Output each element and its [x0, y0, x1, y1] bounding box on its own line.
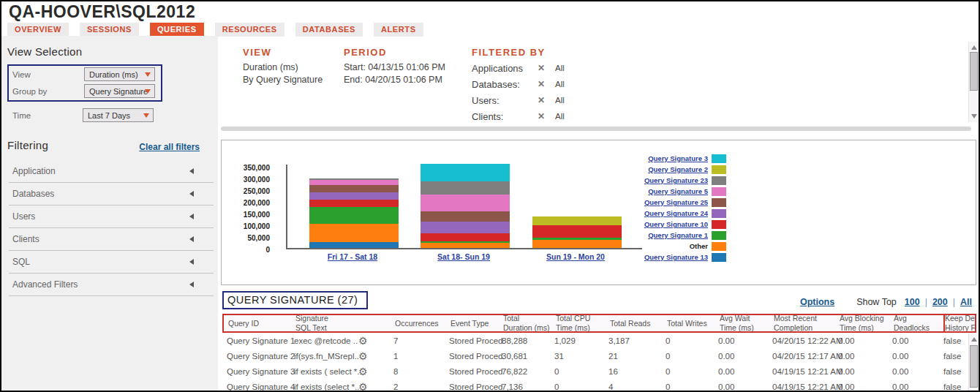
gear-icon[interactable]: ⚙ — [358, 382, 368, 392]
table-cell: Stored Proced — [449, 352, 503, 361]
legend-label[interactable]: Query Signature 2 — [648, 165, 708, 173]
time-dropdown[interactable]: Last 7 Days — [83, 108, 154, 122]
bar-segment-query-signature-3 — [421, 164, 510, 181]
summary-view-line1: Duration (ms) — [243, 62, 298, 72]
table-cell: false — [943, 367, 961, 376]
column-header-line1: Total Writes — [667, 319, 707, 328]
column-header-event-type[interactable]: Event Type — [451, 315, 489, 331]
legend-row: Query Signature 5 — [657, 186, 726, 197]
table-row[interactable]: Query Signature 2if(sys.fn_MSrepl..1Stor… — [222, 348, 976, 363]
filter-item-clients[interactable]: Clients — [9, 228, 214, 251]
table-scrollbar[interactable] — [968, 333, 979, 392]
chart-legend: Query Signature 3Query Signature 2Query … — [657, 153, 726, 263]
scrollbar-thumb[interactable] — [970, 345, 978, 388]
column-header-avg-blocking[interactable]: Avg BlockingTime (ms) — [840, 315, 884, 331]
legend-label[interactable]: Query Signature 13 — [644, 253, 708, 261]
show-top-100-link[interactable]: 100 — [905, 297, 920, 307]
scroll-down-icon[interactable] — [971, 114, 977, 118]
table-row[interactable]: Query Signature 1exec @retcode ..7Stored… — [222, 333, 976, 348]
tab-overview[interactable]: OVERVIEW — [7, 23, 69, 37]
tab-databases[interactable]: DATABASES — [295, 23, 363, 37]
tab-queries[interactable]: QUERIES — [150, 23, 204, 37]
column-header-total-reads[interactable]: Total Reads — [610, 315, 650, 331]
filter-item-application[interactable]: Application — [9, 160, 214, 183]
table-cell: 3,187 — [608, 336, 630, 345]
column-header-avg[interactable]: AvgDeadlocks — [894, 315, 930, 331]
stacked-bar — [532, 216, 622, 248]
column-header-occurrences[interactable]: Occurrences — [395, 315, 439, 331]
column-header-keep-de[interactable]: Keep DeHistory F — [945, 315, 976, 331]
chart-panel: 050,000100,000150,000200,000250,000300,0… — [221, 140, 976, 285]
table-cell: 2 — [393, 382, 398, 391]
gear-icon[interactable]: ⚙ — [358, 351, 368, 361]
view-dropdown[interactable]: Duration (ms) — [84, 67, 155, 81]
group-by-dropdown-value: Query Signature — [89, 87, 148, 96]
table-cell: 4 — [608, 382, 613, 391]
gear-icon[interactable]: ⚙ — [358, 336, 368, 346]
column-header-line2: Completion — [774, 323, 817, 333]
table-cell: 0.00 — [838, 367, 854, 376]
x-axis-label-link[interactable]: Sun 19 - Mon 20 — [528, 252, 623, 261]
table-cell: 0.00 — [892, 352, 908, 361]
scroll-up-icon[interactable] — [971, 45, 977, 50]
filter-item-advanced-filters[interactable]: Advanced Filters — [9, 274, 214, 296]
remove-filter-icon[interactable]: ✕ — [538, 63, 545, 73]
remove-filter-icon[interactable]: ✕ — [538, 79, 545, 89]
remove-filter-icon[interactable]: ✕ — [538, 111, 545, 121]
table-row[interactable]: Query Signature 4if exists (select *..2S… — [222, 379, 976, 392]
legend-swatch — [712, 154, 726, 163]
group-by-dropdown[interactable]: Query Signature — [84, 84, 155, 98]
chevron-down-icon — [143, 113, 149, 118]
chart-y-axis: 050,000100,000150,000200,000250,000300,0… — [222, 165, 286, 249]
legend-label[interactable]: Query Signature 1 — [648, 231, 708, 239]
column-header-line1: Total — [503, 314, 550, 323]
y-tick-label: 50,000 — [247, 234, 270, 242]
x-axis-label-link[interactable]: Fri 17 - Sat 18 — [305, 252, 400, 261]
bar-segment-query-signature-10 — [421, 233, 510, 241]
collapse-arrow-icon — [189, 168, 194, 174]
scroll-up-icon[interactable] — [971, 337, 977, 342]
column-header-query-id[interactable]: Query ID — [228, 315, 259, 331]
bar-segment-query-signature-25 — [309, 185, 399, 192]
column-header-avg-wait[interactable]: Avg WaitTime (ms) — [720, 315, 754, 331]
stacked-bar — [309, 178, 399, 248]
filter-item-sql[interactable]: SQL — [9, 251, 214, 274]
x-axis-label-link[interactable]: Sat 18- Sun 19 — [416, 252, 511, 261]
gear-icon[interactable]: ⚙ — [358, 366, 368, 377]
chevron-down-icon — [145, 72, 151, 77]
column-header-most-recent[interactable]: Most RecentCompletion — [774, 315, 817, 331]
filter-value: All — [555, 80, 565, 88]
show-top-all-link[interactable]: All — [960, 297, 972, 307]
legend-swatch — [712, 242, 726, 251]
filter-item-databases[interactable]: Databases — [9, 183, 214, 206]
table-cell: Query Signature 3 — [227, 367, 295, 376]
filter-item-users[interactable]: Users — [9, 206, 214, 228]
server-title: QA-HOOVER\SQL2012 — [9, 2, 195, 22]
tab-sessions[interactable]: SESSIONS — [80, 23, 139, 37]
legend-label[interactable]: Query Signature 25 — [644, 198, 708, 206]
remove-filter-icon[interactable]: ✕ — [538, 95, 545, 105]
legend-label[interactable]: Query Signature 10 — [644, 220, 708, 228]
scrollbar-thumb[interactable] — [970, 52, 978, 91]
tab-resources[interactable]: RESOURCES — [215, 23, 284, 37]
summary-scrollbar[interactable] — [968, 42, 979, 122]
column-header-total-writes[interactable]: Total Writes — [667, 315, 707, 331]
column-header-line1: Avg Wait — [720, 314, 754, 323]
summary-period-heading: PERIOD — [344, 47, 387, 58]
legend-label[interactable]: Query Signature 3 — [648, 154, 708, 162]
options-link[interactable]: Options — [800, 297, 834, 307]
table-row[interactable]: Query Signature 3if exists ( select *..8… — [222, 363, 976, 379]
filter-item-label: SQL — [12, 257, 30, 267]
legend-label[interactable]: Query Signature 23 — [644, 176, 708, 184]
legend-label[interactable]: Query Signature 24 — [644, 209, 708, 217]
table-cell: 0.00 — [718, 367, 734, 376]
legend-label[interactable]: Query Signature 5 — [648, 187, 708, 195]
group-by-label: Group by — [12, 87, 47, 96]
column-header-total-cpu[interactable]: Total CPUTime (ms) — [556, 315, 590, 331]
show-top-200-link[interactable]: 200 — [932, 297, 948, 307]
tab-alerts[interactable]: ALERTS — [374, 23, 423, 37]
separator: | — [953, 297, 955, 307]
clear-all-filters-link[interactable]: Clear all filters — [139, 142, 200, 152]
column-header-signature[interactable]: SignatureSQL Text — [295, 315, 328, 331]
column-header-total[interactable]: TotalDuration (ms) — [503, 315, 550, 331]
